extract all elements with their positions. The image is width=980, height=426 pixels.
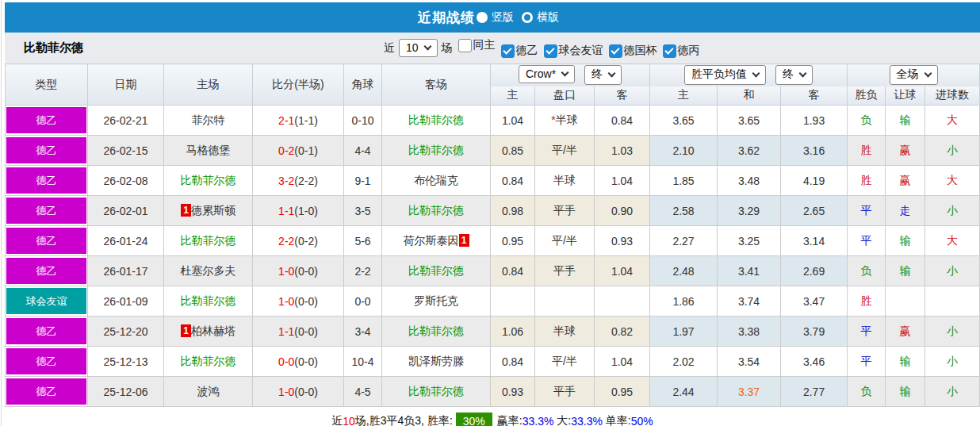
result-wdl-cell: 负 [848,377,886,407]
match-type-badge: 德乙 [6,196,88,226]
odds-home-cell: 0.93 [491,377,535,407]
checkbox-checked-icon[interactable] [501,44,515,58]
filter-checkbox[interactable]: 德国杯 [609,44,657,58]
score-cell: 3-2(2-2) [253,166,344,196]
sub-header-mean-home: 主 [650,86,718,106]
result-wdl-cell: 平 [848,347,886,377]
games-label: 场 [442,41,453,56]
summary-text: 33.3% [523,415,554,426]
checkbox-checked-icon[interactable] [544,44,557,58]
page-title: 近期战绩 [418,9,475,27]
home-team-cell: 比勒菲尔德 [164,226,253,256]
radio-vertical-label[interactable]: 竖版 [492,10,514,25]
match-date: 25-12-13 [88,347,164,377]
checkbox-checked-icon[interactable] [609,44,622,58]
filter-checkbox[interactable]: 德乙 [501,44,538,58]
mean-away-cell: 2.77 [781,377,848,407]
away-team-cell: 比勒菲尔德 [382,256,491,286]
mean-draw-cell: 3.74 [718,286,781,317]
away-team-cell: 比勒菲尔德 [382,136,491,166]
sub-header-handicap: 让球 [886,86,925,106]
checkbox-unchecked-icon[interactable] [458,39,472,52]
result-wdl-cell: 胜 [848,166,886,196]
sub-header-mean-away: 客 [781,86,848,106]
score-cell: 0-0(0-0) [253,347,344,377]
odds-line-cell: 半球 [535,166,595,196]
scope-select[interactable]: 全场 [890,65,938,85]
radio-horizontal-label[interactable]: 横版 [537,10,559,25]
home-team-cell: 比勒菲尔德 [164,166,253,196]
match-date: 26-02-15 [88,136,164,166]
match-count-select[interactable]: 10 [399,39,438,57]
result-handicap-cell: 输 [886,347,925,377]
chevron-down-icon [924,70,932,78]
odds-line-cell: 半球 [535,317,595,347]
match-date: 26-01-17 [88,256,164,286]
odds-line-cell: 平手 [535,196,595,226]
mean-away-cell: 3.79 [781,317,848,347]
mean-select-group: 胜平负均值 终 [650,64,848,86]
odds-home-cell: 0.98 [491,196,535,226]
chevron-down-icon [561,69,569,77]
team-link: 比勒菲尔德 [408,324,464,337]
home-team-cell: 马格德堡 [164,136,253,166]
summary-text: 大: [553,414,571,426]
filter-checkbox-label[interactable]: 球会友谊 [559,44,603,58]
mean-home-cell: 3.65 [650,106,718,136]
away-team-cell: 比勒菲尔德 [382,377,491,407]
match-type-badge: 球会友谊 [6,286,88,317]
score-cell: 1-0(0-0) [253,256,344,286]
result-handicap-cell: 输 [886,377,925,407]
away-team-cell: 比勒菲尔德 [382,196,491,226]
mean-draw-cell: 3.38 [718,317,781,347]
mean-home-cell: 1.97 [650,317,718,347]
mean-draw-cell: 3.25 [718,226,781,256]
result-goals-cell: 小 [925,136,980,166]
team-link: 德累斯顿 [191,204,235,217]
score-cell: 2-1(1-1) [253,106,344,136]
result-handicap-cell: 赢 [886,317,925,347]
mean-draw-cell: 3.29 [718,196,781,226]
filter-checkbox-label[interactable]: 德乙 [516,44,538,58]
away-team-cell: 凯泽斯劳滕 [382,347,491,377]
col-header-score: 比分(半场) [253,64,344,106]
result-goals-cell [925,286,980,317]
match-type-badge: 德乙 [6,377,88,407]
results-table: 类型 日期 主场 比分(半场) 角球 客场 Crow* 终 胜平负均值 终 全场 [5,63,980,407]
sub-header-odds-away: 客 [595,86,650,106]
match-type-badge: 德乙 [6,166,88,196]
filter-checkbox-label[interactable]: 德丙 [678,44,700,58]
odds-source-select[interactable]: Crow* [519,65,575,83]
team-link: 杜塞尔多夫 [181,264,236,277]
filter-checkbox-label[interactable]: 同主 [473,38,496,52]
radio-unselected-icon[interactable] [522,12,533,23]
away-team-cell: 罗斯托克 [382,286,491,317]
odds-final-select[interactable]: 终 [584,65,622,85]
corner-cell: 3-5 [344,196,382,226]
team-link: 比勒菲尔德 [408,385,464,397]
filter-checkbox[interactable]: 同主 [458,38,496,52]
sub-header-line: 盘口 [535,86,595,106]
mean-away-cell: 2.65 [781,196,848,226]
mean-draw-cell: 3.37 [718,377,781,407]
match-row: 德乙26-01-24比勒菲尔德2-2(0-2)5-6荷尔斯泰因10.95平/半0… [6,226,980,256]
summary-text: 场,胜3平4负3, 胜率: [355,414,453,426]
mean-home-cell: 2.44 [650,377,718,407]
mean-final-select[interactable]: 终 [775,65,813,85]
match-date: 26-02-21 [88,106,164,136]
mean-home-cell: 2.10 [650,136,718,166]
match-row: 德乙26-01-17杜塞尔多夫1-0(0-0)2-2比勒菲尔德0.84平手1.0… [6,256,980,286]
team-link: 比勒菲尔德 [181,174,236,186]
radio-selected-icon[interactable] [477,12,488,23]
summary-text: 赢率: [497,414,523,426]
mean-source-select[interactable]: 胜平负均值 [684,65,766,85]
result-wdl-cell: 平 [848,317,886,347]
result-wdl-cell: 胜 [848,286,886,317]
team-name: 比勒菲尔德 [24,40,83,56]
filter-checkbox[interactable]: 德丙 [663,44,700,58]
filter-checkbox[interactable]: 球会友谊 [544,44,603,58]
filter-checkbox-label[interactable]: 德国杯 [624,44,657,58]
corner-cell: 9-1 [344,166,382,196]
checkbox-checked-icon[interactable] [663,44,676,58]
odds-home-cell: 0.85 [491,136,535,166]
